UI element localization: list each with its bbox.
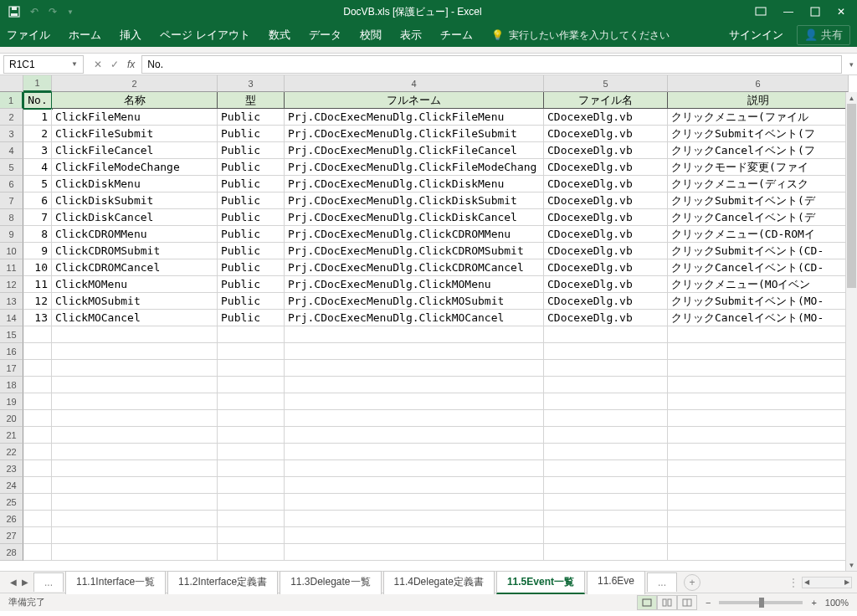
scroll-thumb[interactable] — [847, 104, 856, 288]
row-header[interactable]: 19 — [0, 393, 23, 410]
cell[interactable]: 12 — [23, 293, 52, 310]
cell[interactable]: ClickMOMenu — [52, 276, 218, 293]
cell[interactable]: CDocexeDlg.vb — [544, 192, 668, 209]
cell[interactable] — [52, 343, 218, 360]
cell[interactable] — [52, 511, 218, 527]
cell[interactable]: CDocexeDlg.vb — [544, 176, 668, 192]
tab-split-handle[interactable]: ⋮ — [788, 577, 798, 588]
cell[interactable]: ClickFileCancel — [52, 142, 218, 159]
tab-data[interactable]: データ — [309, 28, 341, 43]
fx-icon[interactable]: fx — [127, 59, 135, 70]
row-header[interactable]: 24 — [0, 477, 23, 494]
sheet-tab[interactable]: 11.4Delegate定義書 — [383, 571, 495, 594]
close-icon[interactable]: ✕ — [837, 6, 845, 18]
cell[interactable]: ClickDiskSubmit — [52, 192, 218, 209]
cell[interactable]: CDocexeDlg.vb — [544, 259, 668, 276]
col-header[interactable]: 2 — [52, 75, 218, 92]
cell[interactable]: ClickMOCancel — [52, 310, 218, 326]
cell[interactable]: Prj.CDocExecMenuDlg.ClickMOSubmit — [285, 293, 544, 310]
row-header[interactable]: 1 — [0, 92, 23, 109]
cell[interactable] — [52, 377, 218, 393]
cell[interactable]: クリックメニュー(MOイベン — [668, 276, 849, 293]
cell[interactable] — [544, 393, 668, 410]
cell[interactable] — [544, 494, 668, 511]
cell[interactable]: CDocexeDlg.vb — [544, 142, 668, 159]
row-header[interactable]: 16 — [0, 343, 23, 360]
cell[interactable]: Public — [218, 126, 285, 142]
row-header[interactable]: 6 — [0, 176, 23, 192]
select-all-corner[interactable] — [0, 75, 23, 92]
horizontal-scrollbar[interactable]: ◀ ▶ — [802, 577, 852, 588]
cell[interactable] — [23, 444, 52, 460]
cell[interactable]: Public — [218, 176, 285, 192]
cell[interactable]: ClickCDROMMenu — [52, 226, 218, 243]
cell[interactable] — [285, 444, 544, 460]
tab-view[interactable]: 表示 — [400, 28, 422, 43]
cell[interactable]: 8 — [23, 226, 52, 243]
scroll-right-icon[interactable]: ▶ — [843, 578, 851, 586]
cell[interactable] — [544, 460, 668, 477]
tab-home[interactable]: ホーム — [69, 28, 101, 43]
col-header[interactable]: 4 — [285, 75, 544, 92]
cell[interactable]: 3 — [23, 142, 52, 159]
cell[interactable] — [544, 427, 668, 444]
cell[interactable] — [285, 326, 544, 343]
cell[interactable]: Prj.CDocExecMenuDlg.ClickFileCancel — [285, 142, 544, 159]
cell[interactable]: クリックメニュー(CD-ROMイ — [668, 226, 849, 243]
cell[interactable]: Public — [218, 293, 285, 310]
cancel-formula-icon[interactable]: ✕ — [94, 59, 102, 70]
cell[interactable]: 11 — [23, 276, 52, 293]
cell[interactable] — [544, 410, 668, 427]
cell[interactable] — [52, 460, 218, 477]
cell[interactable] — [23, 326, 52, 343]
formula-expand-icon[interactable]: ▾ — [845, 60, 857, 69]
cell[interactable]: CDocexeDlg.vb — [544, 126, 668, 142]
zoom-in-button[interactable]: + — [811, 598, 816, 608]
name-box[interactable]: R1C1 ▼ — [3, 55, 84, 74]
cell[interactable] — [52, 494, 218, 511]
zoom-level[interactable]: 100% — [825, 598, 849, 608]
cell[interactable] — [52, 393, 218, 410]
sheet-tab-more[interactable]: ... — [647, 572, 677, 592]
cell[interactable]: 5 — [23, 176, 52, 192]
row-header[interactable]: 12 — [0, 276, 23, 293]
cell[interactable]: Prj.CDocExecMenuDlg.ClickDiskSubmit — [285, 192, 544, 209]
formula-input[interactable]: No. — [141, 55, 842, 74]
col-header[interactable]: 6 — [668, 75, 849, 92]
cell[interactable] — [285, 393, 544, 410]
cell[interactable]: ClickDiskCancel — [52, 209, 218, 226]
chevron-down-icon[interactable]: ▼ — [71, 60, 78, 68]
cell[interactable] — [544, 326, 668, 343]
cell[interactable]: Public — [218, 276, 285, 293]
cell[interactable]: 13 — [23, 310, 52, 326]
cell[interactable]: CDocexeDlg.vb — [544, 226, 668, 243]
share-button[interactable]: 👤 共有 — [797, 25, 850, 45]
cell[interactable] — [668, 460, 849, 477]
cell[interactable]: クリックモード変更(ファイ — [668, 159, 849, 176]
row-header[interactable]: 22 — [0, 444, 23, 460]
cell[interactable] — [544, 477, 668, 494]
pagebreak-view-button[interactable] — [677, 595, 697, 610]
row-header[interactable]: 5 — [0, 159, 23, 176]
cell[interactable]: Public — [218, 226, 285, 243]
cell[interactable]: Prj.CDocExecMenuDlg.ClickFileMenu — [285, 109, 544, 126]
cell[interactable] — [23, 393, 52, 410]
tab-pagelayout[interactable]: ページ レイアウト — [160, 28, 250, 43]
row-header[interactable]: 18 — [0, 377, 23, 393]
cell[interactable] — [23, 343, 52, 360]
cell[interactable] — [285, 494, 544, 511]
cell[interactable]: ClickDiskMenu — [52, 176, 218, 192]
cell[interactable] — [23, 377, 52, 393]
cell[interactable]: CDocexeDlg.vb — [544, 243, 668, 259]
zoom-slider[interactable] — [719, 601, 803, 604]
cell[interactable]: Public — [218, 209, 285, 226]
cell[interactable]: 9 — [23, 243, 52, 259]
cell[interactable] — [544, 511, 668, 527]
cell[interactable]: CDocexeDlg.vb — [544, 109, 668, 126]
cell[interactable]: ClickCDROMCancel — [52, 259, 218, 276]
cell[interactable]: クリックSubmitイベント(CD- — [668, 243, 849, 259]
scroll-left-icon[interactable]: ◀ — [803, 578, 811, 586]
cell[interactable]: Prj.CDocExecMenuDlg.ClickCDROMCancel — [285, 259, 544, 276]
row-header[interactable]: 26 — [0, 511, 23, 527]
cell[interactable] — [23, 494, 52, 511]
